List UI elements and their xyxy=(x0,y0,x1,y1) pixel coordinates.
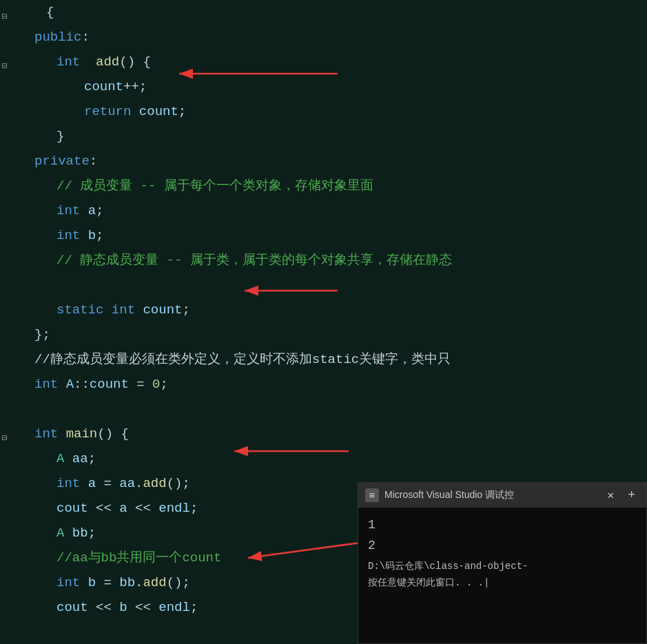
line-content: // 成员变量 -- 属于每个一个类对象，存储对象里面 xyxy=(28,175,647,197)
code-line: } xyxy=(0,124,647,149)
line-content: int main() { xyxy=(28,423,647,445)
code-line: int A::count = 0; xyxy=(0,372,647,397)
line-content: int add() { xyxy=(28,51,647,73)
line-content: int A::count = 0; xyxy=(28,373,647,395)
terminal-output-line-2: 2 xyxy=(368,535,637,556)
line-content: }; xyxy=(28,324,647,346)
terminal-close-prompt: 按任意键关闭此窗口. . .| xyxy=(368,577,637,589)
terminal-title: Microsoft Visual Studio 调试控 xyxy=(384,489,598,501)
code-line xyxy=(0,397,647,422)
line-content: int b; xyxy=(28,225,647,247)
line-content: static int count; xyxy=(28,299,647,321)
code-line: return count; xyxy=(0,99,647,124)
line-content: // 静态成员变量 -- 属于类，属于类的每个对象共享，存储在静态 xyxy=(28,249,647,271)
terminal-add-button[interactable]: + xyxy=(624,487,639,503)
code-line: private: xyxy=(0,149,647,174)
line-content: public: xyxy=(28,26,647,48)
line-content: return count; xyxy=(28,101,647,123)
code-line: ⊟ int add() { xyxy=(0,50,647,74)
code-editor: ⊟ { public: ⊟ int add() { count++; retur… xyxy=(0,0,647,644)
code-line: count++; xyxy=(0,74,647,99)
terminal-icon: ⊞ xyxy=(365,488,379,502)
line-content: int a; xyxy=(28,200,647,222)
code-line: public: xyxy=(0,25,647,50)
terminal-path-line: D:\码云仓库\class-and-object- xyxy=(368,560,637,572)
code-line: static int count; xyxy=(0,298,647,322)
line-content: count++; xyxy=(28,76,647,98)
code-line: //静态成员变量必须在类外定义，定义时不添加static关键字，类中只 xyxy=(0,347,647,372)
line-content: A aa; xyxy=(28,448,647,470)
terminal-titlebar: ⊞ Microsoft Visual Studio 调试控 ✕ + xyxy=(358,483,646,508)
vs-icon: ⊞ xyxy=(369,490,374,501)
code-line: }; xyxy=(0,322,647,347)
code-line: int a; xyxy=(0,198,647,223)
line-content xyxy=(28,274,647,296)
terminal-popup: ⊞ Microsoft Visual Studio 调试控 ✕ + 1 2 D:… xyxy=(358,482,647,644)
code-line: // 成员变量 -- 属于每个一个类对象，存储对象里面 xyxy=(0,174,647,198)
terminal-close-button[interactable]: ✕ xyxy=(604,487,619,503)
terminal-output-line-1: 1 xyxy=(368,515,637,535)
code-line: ⊟ int main() { xyxy=(0,422,647,446)
terminal-body: 1 2 D:\码云仓库\class-and-object- 按任意键关闭此窗口.… xyxy=(358,508,646,643)
line-content: } xyxy=(28,125,647,147)
line-content: //静态成员变量必须在类外定义，定义时不添加static关键字，类中只 xyxy=(28,349,647,371)
code-line: int b; xyxy=(0,223,647,248)
line-content: { xyxy=(28,1,647,23)
code-line: ⊟ { xyxy=(0,0,647,25)
line-content: private: xyxy=(28,150,647,172)
code-line: // 静态成员变量 -- 属于类，属于类的每个对象共享，存储在静态 xyxy=(0,248,647,273)
line-content xyxy=(28,398,647,420)
code-line xyxy=(0,273,647,298)
code-line: A aa; xyxy=(0,446,647,471)
